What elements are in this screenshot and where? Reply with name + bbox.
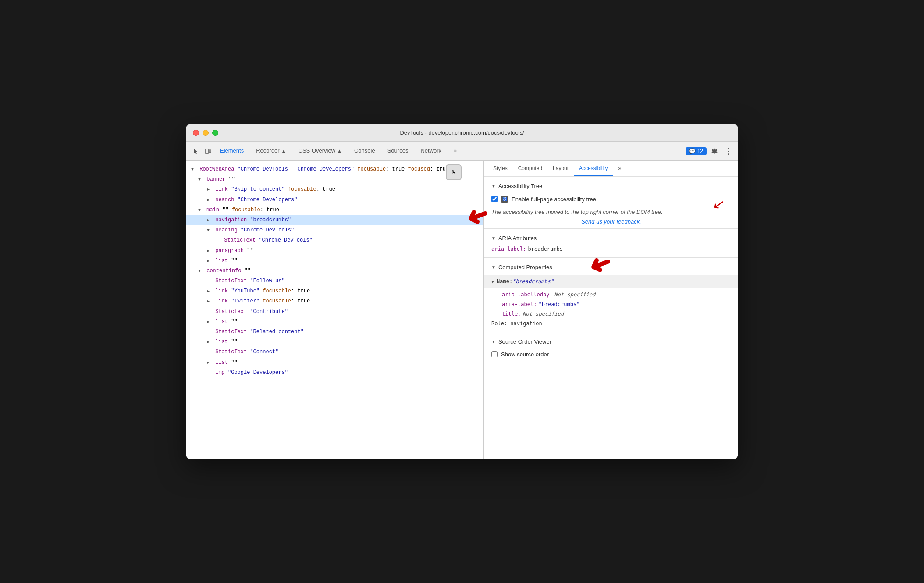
- expand-arrow-banner[interactable]: [198, 176, 203, 183]
- aria-label-computed-key: aria-label:: [502, 301, 537, 307]
- tree-line-heading[interactable]: heading "Chrome DevTools": [186, 225, 483, 235]
- expand-arrow-nav[interactable]: [207, 217, 212, 224]
- close-button[interactable]: [193, 130, 199, 136]
- expand-arrow-search[interactable]: [207, 197, 212, 204]
- tab-right-more[interactable]: »: [613, 161, 626, 176]
- chat-icon: 💬: [689, 148, 696, 154]
- devtools-header: Elements Recorder ▲ CSS Overview ▲ Conso…: [186, 142, 738, 161]
- source-order-header[interactable]: ▼ Source Order Viewer: [491, 336, 731, 348]
- tab-sources[interactable]: Sources: [381, 142, 415, 160]
- chat-badge[interactable]: 💬 12: [686, 147, 707, 155]
- tree-line-link-skip[interactable]: link "Skip to content" focusable: true: [186, 185, 483, 195]
- tree-line-banner[interactable]: banner "": [186, 174, 483, 185]
- settings-icon: [711, 148, 718, 155]
- aria-labelledby-value: Not specified: [554, 292, 596, 298]
- traffic-lights: [193, 130, 218, 136]
- section-collapse-arrow: ▼: [491, 184, 496, 188]
- tab-computed[interactable]: Computed: [513, 161, 547, 176]
- tree-line-link-youtube[interactable]: link "YouTube" focusable: true: [186, 286, 483, 296]
- device-toggle-btn[interactable]: [202, 145, 214, 157]
- role-row: Role: navigation: [491, 319, 731, 328]
- tree-line-search[interactable]: search "Chrome Developers": [186, 195, 483, 205]
- devtools-content: ♿ RootWebArea "Chrome DevTools – Chrome …: [186, 161, 738, 459]
- tree-line-contentinfo[interactable]: contentinfo "": [186, 266, 483, 276]
- svg-rect-0: [205, 149, 209, 153]
- cursor-icon: [192, 148, 199, 155]
- expand-arrow-list1[interactable]: [207, 258, 212, 265]
- more-options-btn[interactable]: ⋮: [722, 145, 735, 157]
- role-value: navigation: [510, 320, 542, 327]
- tree-line-list4[interactable]: list "": [186, 358, 483, 368]
- tree-line-rootwebarea[interactable]: RootWebArea "Chrome DevTools – Chrome De…: [186, 164, 483, 174]
- tab-network[interactable]: Network: [414, 142, 448, 160]
- recorder-icon: ▲: [281, 148, 286, 153]
- right-tabs-container: ↙ ↙ Styles Computed Layout: [484, 161, 738, 177]
- right-tabs: Styles Computed Layout Accessibility »: [484, 161, 738, 177]
- settings-btn[interactable]: [708, 145, 721, 157]
- tree-line-list2[interactable]: list "": [186, 317, 483, 327]
- tree-line-img[interactable]: img "Google Developers": [186, 368, 483, 378]
- tree-line-list3[interactable]: list "": [186, 337, 483, 347]
- tab-more[interactable]: »: [448, 142, 463, 160]
- tree-line-list1[interactable]: list "": [186, 256, 483, 266]
- expand-arrow-main[interactable]: [198, 207, 203, 214]
- dom-tree-panel[interactable]: ♿ RootWebArea "Chrome DevTools – Chrome …: [186, 161, 484, 459]
- tab-elements[interactable]: Elements: [214, 142, 250, 160]
- chat-count: 12: [697, 148, 703, 154]
- enable-a11y-tree-checkbox[interactable]: [491, 196, 498, 202]
- tab-recorder[interactable]: Recorder ▲: [250, 142, 292, 160]
- tree-line-main[interactable]: main "" focusable: true: [186, 205, 483, 215]
- expand-arrow-youtube[interactable]: [207, 288, 212, 295]
- expand-arrow-heading[interactable]: [207, 227, 212, 234]
- tree-line-statictext-related[interactable]: StaticText "Related content": [186, 327, 483, 337]
- more-icon: ⋮: [725, 146, 732, 156]
- accessibility-tree-header[interactable]: ▼ Accessibility Tree: [491, 180, 731, 192]
- expand-arrow-list3[interactable]: [207, 339, 212, 346]
- computed-name-row: ▼ Name: "breadcrumbs": [484, 275, 738, 288]
- tree-line-statictext-contribute[interactable]: StaticText "Contribute": [186, 307, 483, 317]
- tab-css-overview[interactable]: CSS Overview ▲: [292, 142, 348, 160]
- tab-layout[interactable]: Layout: [547, 161, 574, 176]
- computed-properties-header[interactable]: ▼ Computed Properties: [491, 261, 731, 273]
- tree-line-paragraph[interactable]: paragraph "": [186, 246, 483, 256]
- expand-arrow[interactable]: [191, 166, 196, 173]
- tab-accessibility[interactable]: Accessibility: [574, 161, 613, 176]
- tree-line-statictext-chrome[interactable]: StaticText "Chrome DevTools": [186, 235, 483, 245]
- expand-arrow-skip[interactable]: [207, 186, 212, 193]
- expand-arrow-twitter[interactable]: [207, 298, 212, 305]
- minimize-button[interactable]: [203, 130, 209, 136]
- aria-label-computed-row: aria-label: "breadcrumbs": [491, 299, 731, 309]
- maximize-button[interactable]: [212, 130, 218, 136]
- title-value: Not specified: [522, 311, 564, 317]
- enable-a11y-tree-row: ♿ Enable full-page accessibility tree: [491, 192, 731, 206]
- aria-label-value: breadcrumbs: [528, 246, 562, 252]
- aria-collapse-arrow: ▼: [491, 236, 496, 241]
- computed-properties-section: ▼ Computed Properties ▼ Name: "breadcrum…: [484, 258, 738, 332]
- show-source-order-checkbox[interactable]: [491, 351, 498, 357]
- expand-arrow-list4[interactable]: [207, 359, 212, 366]
- window-title: DevTools - developer.chrome.com/docs/dev…: [400, 129, 524, 136]
- aria-label-key: aria-label:: [491, 246, 526, 252]
- aria-attributes-header[interactable]: ▼ ARIA Attributes: [491, 232, 731, 244]
- expand-arrow-para[interactable]: [207, 248, 212, 255]
- aria-labelledby-key: aria-labelledby:: [502, 292, 553, 298]
- show-source-order-row: Show source order: [491, 348, 731, 361]
- expand-arrow-list2[interactable]: [207, 319, 212, 326]
- aria-label-row: aria-label: breadcrumbs: [491, 244, 731, 254]
- tree-line-statictext-follow[interactable]: StaticText "Follow us": [186, 276, 483, 286]
- title-bar: DevTools - developer.chrome.com/docs/dev…: [186, 124, 738, 142]
- tree-line-statictext-connect[interactable]: StaticText "Connect": [186, 347, 483, 357]
- name-expand-arrow: ▼: [491, 279, 494, 284]
- tree-line-navigation[interactable]: navigation "breadcrumbs": [186, 215, 483, 225]
- tab-console[interactable]: Console: [348, 142, 381, 160]
- source-order-section: ▼ Source Order Viewer Show source order: [484, 332, 738, 365]
- tab-styles[interactable]: Styles: [488, 161, 513, 176]
- cursor-icon-btn[interactable]: [189, 145, 202, 157]
- expand-arrow-contentinfo[interactable]: [198, 268, 203, 275]
- feedback-link[interactable]: Send us your feedback.: [491, 218, 731, 225]
- aria-labelledby-row: aria-labelledby: Not specified: [491, 290, 731, 299]
- accessibility-panel: ↙ ↙ Styles Computed Layout: [484, 161, 738, 459]
- a11y-icon: ♿: [501, 196, 508, 203]
- accessibility-toggle-btn[interactable]: ♿: [446, 164, 462, 180]
- tree-line-link-twitter[interactable]: link "Twitter" focusable: true: [186, 296, 483, 306]
